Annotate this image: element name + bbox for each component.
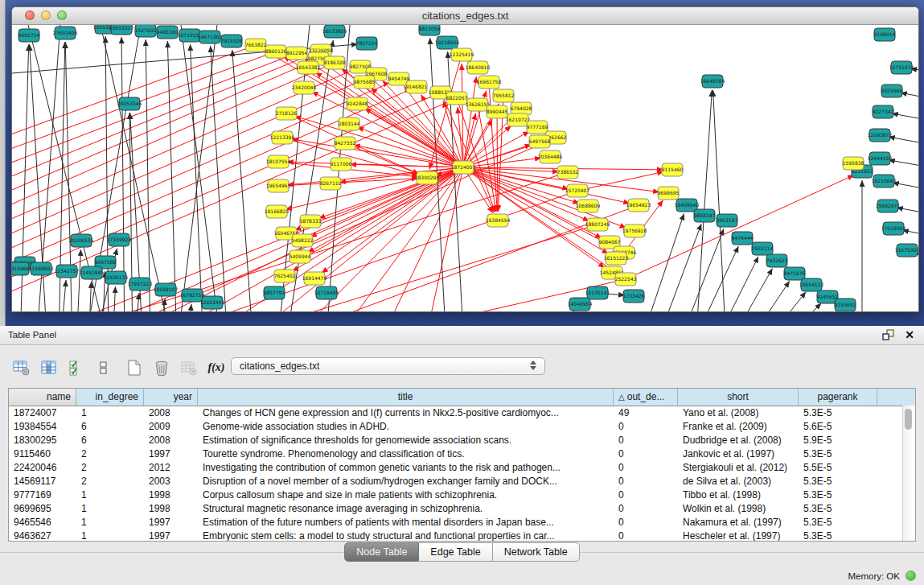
- graph-node[interactable]: 10654112: [799, 278, 824, 291]
- graph-edge[interactable]: [12, 172, 568, 311]
- function-builder-icon[interactable]: f(x): [206, 357, 227, 378]
- delete-column-icon[interactable]: [151, 357, 172, 378]
- graph-node[interactable]: 8912954: [286, 47, 308, 60]
- graph-node[interactable]: 2522543: [615, 273, 637, 286]
- graph-node[interactable]: 15751074: [889, 61, 914, 74]
- graph-node[interactable]: 16961758: [477, 76, 502, 89]
- table-row[interactable]: 911546021997Tourette syndrome. Phenomeno…: [9, 447, 915, 461]
- graph-node[interactable]: 19654965: [266, 179, 291, 192]
- tab-node-table[interactable]: Node Table: [344, 542, 419, 562]
- graph-node[interactable]: 9875685: [354, 76, 376, 89]
- graph-edge[interactable]: [463, 167, 493, 213]
- new-column-icon[interactable]: [124, 357, 145, 378]
- graph-edge[interactable]: [113, 286, 115, 311]
- graph-node[interactable]: 9777169: [527, 121, 548, 134]
- graph-node[interactable]: 5409944: [290, 250, 311, 263]
- graph-edge[interactable]: [889, 137, 918, 147]
- column-header-out_de[interactable]: △out_de...: [614, 389, 678, 406]
- graph-node[interactable]: 7663822: [245, 39, 267, 51]
- graph-node[interactable]: 1733426: [623, 290, 645, 303]
- graph-edge[interactable]: [713, 90, 726, 311]
- graph-node[interactable]: 14671365: [198, 31, 223, 43]
- graph-node[interactable]: 11568663: [29, 262, 54, 275]
- table-row[interactable]: 977716911998Corpus callosum shape and si…: [9, 488, 915, 502]
- column-header-pagerank[interactable]: pagerank: [799, 389, 877, 406]
- graph-node[interactable]: 17957223: [128, 278, 153, 290]
- graph-node[interactable]: 9858197: [694, 209, 716, 222]
- graph-node[interactable]: 2803144: [339, 117, 360, 130]
- graph-node[interactable]: 12213399: [270, 131, 295, 144]
- column-header-in_degree[interactable]: in_degree: [76, 389, 144, 406]
- graph-edge[interactable]: [901, 93, 918, 101]
- graph-node[interactable]: 3915966: [12, 262, 30, 275]
- graph-edge[interactable]: [318, 167, 463, 218]
- graph-node[interactable]: 7386532: [557, 166, 579, 179]
- graph-edge[interactable]: [713, 257, 758, 311]
- graph-node[interactable]: 7932621: [766, 254, 788, 267]
- graph-edge[interactable]: [278, 179, 418, 186]
- table-row[interactable]: 1938455462009Genome-wide association stu…: [9, 420, 915, 434]
- table-row[interactable]: 946362711997Embryonic stem cells: a mode…: [9, 529, 915, 542]
- graph-node[interactable]: 16648784: [700, 75, 725, 88]
- graph-node[interactable]: 8990445: [487, 105, 508, 118]
- network-window[interactable]: citations_edges.txt 40557142769140610553…: [11, 6, 919, 312]
- graph-node[interactable]: 8267110: [320, 177, 342, 190]
- graph-node[interactable]: 19218506: [435, 36, 460, 49]
- memory-status-led[interactable]: [906, 571, 916, 581]
- table-selector-dropdown[interactable]: citations_edges.txt: [231, 357, 545, 375]
- graph-node[interactable]: 11451945: [80, 266, 105, 279]
- graph-edge[interactable]: [796, 311, 839, 311]
- table-row[interactable]: 1872400712008Changes of HCN gene express…: [9, 406, 915, 420]
- graph-edge[interactable]: [577, 171, 663, 191]
- graph-node[interactable]: 20206536: [69, 234, 94, 247]
- graph-edge[interactable]: [463, 113, 476, 167]
- graph-node[interactable]: 16543382: [296, 61, 321, 74]
- graph-edge[interactable]: [88, 282, 92, 311]
- graph-node[interactable]: 9329966: [881, 84, 903, 97]
- graph-node[interactable]: 5878333: [300, 215, 322, 228]
- tab-edge-table[interactable]: Edge Table: [419, 542, 492, 562]
- graph-node[interactable]: 12093872: [868, 129, 893, 142]
- graph-node[interactable]: 17359924: [107, 233, 132, 246]
- graph-edge[interactable]: [105, 36, 109, 311]
- graph-node[interactable]: 20364486: [538, 150, 563, 163]
- graph-node[interactable]: 9474444: [732, 232, 754, 245]
- column-header-short[interactable]: short: [678, 389, 799, 406]
- close-panel-icon[interactable]: ✕: [905, 328, 914, 343]
- graph-node[interactable]: 1595838: [843, 157, 864, 170]
- graph-node[interactable]: 9466160: [157, 26, 179, 39]
- graph-node[interactable]: 10958107: [154, 283, 179, 296]
- graph-node[interactable]: 11675309: [895, 244, 918, 257]
- graph-edge[interactable]: [109, 191, 577, 311]
- graph-node[interactable]: 10653327: [109, 25, 134, 35]
- graph-node[interactable]: 27691406: [53, 27, 78, 39]
- graph-node[interactable]: 18107554: [266, 155, 291, 168]
- graph-node[interactable]: 9115460: [662, 163, 684, 176]
- graph-node[interactable]: 9699695: [658, 187, 680, 200]
- graph-edge[interactable]: [190, 44, 203, 311]
- graph-edge[interactable]: [889, 160, 918, 170]
- graph-edge[interactable]: [902, 230, 918, 238]
- graph-node[interactable]: 7857224: [356, 37, 378, 50]
- graph-node[interactable]: 6822057: [446, 92, 468, 105]
- graph-edge[interactable]: [76, 249, 81, 311]
- graph-edge[interactable]: [12, 45, 256, 146]
- table-mode-icon[interactable]: [11, 357, 32, 378]
- graph-edge[interactable]: [187, 304, 191, 311]
- tab-network-table[interactable]: Network Table: [493, 542, 580, 562]
- graph-node[interactable]: 12923445: [200, 296, 225, 309]
- graph-node[interactable]: 17016504: [881, 222, 906, 235]
- graph-node[interactable]: 12505135: [104, 271, 129, 284]
- graph-node[interactable]: 8427552: [335, 137, 356, 150]
- graph-edge[interactable]: [655, 224, 701, 311]
- graph-node[interactable]: 18724007: [451, 161, 476, 174]
- column-header-name[interactable]: name: [9, 389, 76, 406]
- graph-node[interactable]: 15692971: [876, 200, 901, 212]
- graph-node[interactable]: 16151223: [604, 252, 629, 265]
- graph-node[interactable]: 8860126: [265, 45, 287, 58]
- graph-edge[interactable]: [897, 208, 918, 216]
- graph-node[interactable]: 12342757: [55, 265, 80, 278]
- network-canvas[interactable]: 4055714276914061055328710653327152760294…: [12, 25, 918, 311]
- graph-edge[interactable]: [36, 167, 463, 311]
- graph-node[interactable]: 15720407: [565, 184, 590, 197]
